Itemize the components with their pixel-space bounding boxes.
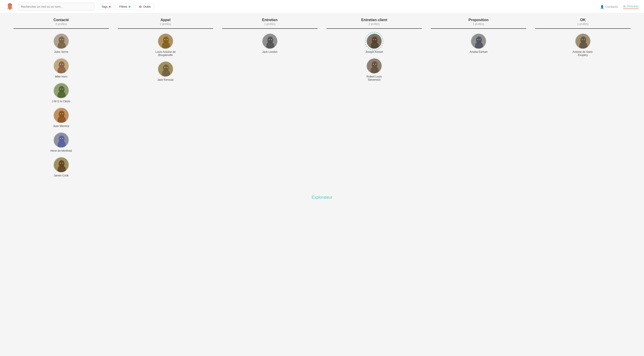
column-count-proposition: 1 profil(s)	[431, 22, 526, 26]
avatar-wrapper-jmg-clezio	[53, 83, 69, 98]
svg-point-54	[375, 64, 376, 65]
avatar-wrapper-jean-mermoz	[53, 107, 69, 123]
column-header-entretien: Entretien 1 profil(s)	[222, 18, 318, 29]
column-title-contacte: Contacté	[14, 18, 109, 22]
avatar-jack-london	[262, 33, 278, 49]
avatar-james-cook	[53, 157, 69, 173]
avatar-wrapper-amelia-earhart	[471, 33, 486, 49]
avatar-wrapper-jack-kerouac	[158, 61, 173, 77]
svg-point-49	[375, 39, 376, 40]
svg-point-53	[373, 64, 374, 65]
column-title-appel: Appel	[118, 18, 213, 22]
avatar-mike-horn	[53, 58, 69, 74]
column-ok: OK 1 profil(s) Antoine de Saint-Exupéry	[531, 18, 635, 182]
avatar-wrapper-james-cook	[53, 157, 69, 173]
profile-card-henri-bougainville[interactable]: Henri de Monfreid	[14, 132, 109, 152]
column-title-entretien: Entretien	[222, 18, 318, 22]
profile-name-jean-mermoz: Jean Mermoz	[53, 124, 70, 128]
column-header-ok: OK 1 profil(s)	[535, 18, 630, 29]
profile-card-robert-louis-stevenson[interactable]: Robert Louis Stevenson	[326, 58, 422, 81]
process-label: Process	[627, 4, 638, 8]
avatar-wrapper-louis-antoine	[158, 33, 173, 49]
avatar-wrapper-joseph-kessel	[366, 33, 382, 49]
profile-name-mike-horn: Mike Horn	[55, 75, 68, 78]
outils-button[interactable]: ⚙ Outils	[136, 3, 154, 10]
filtres-label: Filtres	[119, 5, 127, 8]
svg-point-23	[60, 138, 61, 139]
avatar-louis-antoine	[158, 33, 173, 49]
column-entretien: Entretien 1 profil(s) Jack London	[218, 18, 322, 182]
avatar-henri-bougainville	[53, 132, 69, 148]
profile-card-james-cook[interactable]: James Cook	[14, 157, 109, 177]
column-title-proposition: Proposition	[431, 18, 526, 22]
svg-point-19	[62, 113, 63, 114]
avatar-robert-louis-stevenson	[366, 58, 382, 74]
avatar-wrapper-robert-louis-stevenson	[366, 58, 382, 74]
tags-dot	[109, 6, 111, 8]
profile-name-james-cook: James Cook	[54, 174, 69, 177]
profile-name-jack-kerouac: Jack Kerouac	[158, 78, 174, 81]
profile-name-joseph-kessel: Joseph Kessel	[366, 50, 383, 53]
column-contacte: Contacté 6 profil(s) Jules Verne Mike Ho…	[9, 18, 113, 182]
outils-label: Outils	[143, 5, 151, 8]
profile-card-jmg-clezio[interactable]: J-M G le Clézio	[14, 83, 109, 103]
profile-card-mike-horn[interactable]: Mike Horn	[14, 58, 109, 78]
svg-point-24	[62, 138, 63, 139]
svg-point-28	[60, 163, 61, 164]
avatar-antoine-saint-exupery	[575, 33, 591, 49]
app-logo[interactable]	[6, 2, 14, 11]
profile-name-jack-london: Jack London	[262, 50, 278, 53]
column-header-proposition: Proposition 1 profil(s)	[431, 18, 526, 29]
svg-point-29	[62, 163, 63, 164]
filtres-button[interactable]: Filtres	[116, 3, 134, 10]
gear-icon: ⚙	[139, 5, 142, 8]
profile-card-jack-london[interactable]: Jack London	[222, 33, 318, 53]
svg-point-33	[164, 39, 165, 40]
avatar-wrapper-henri-bougainville	[53, 132, 69, 148]
avatar-amelia-earhart	[471, 33, 486, 49]
profile-card-jules-verne[interactable]: Jules Verne	[14, 33, 109, 53]
svg-point-3	[60, 39, 61, 40]
avatar-wrapper-jules-verne	[53, 33, 69, 49]
profile-card-jean-mermoz[interactable]: Jean Mermoz	[14, 107, 109, 128]
profile-card-joseph-kessel[interactable]: Joseph Kessel	[326, 33, 422, 53]
contacts-icon: 👤	[600, 5, 604, 8]
bottom-label: Explorateur	[9, 191, 635, 204]
column-title-ok: OK	[535, 18, 630, 22]
profile-name-louis-antoine: Louis-Antoine de Bougainville	[152, 50, 179, 57]
svg-point-18	[60, 113, 61, 114]
kanban-board: Contacté 6 profil(s) Jules Verne Mike Ho…	[9, 18, 635, 182]
column-header-entretien-client: Entretien client 2 profil(s)	[326, 18, 422, 29]
profile-card-amelia-earhart[interactable]: Amelia Earhart	[431, 33, 526, 53]
svg-point-44	[271, 39, 272, 40]
profile-card-louis-antoine[interactable]: Louis-Antoine de Bougainville	[118, 33, 213, 57]
svg-point-39	[166, 67, 168, 68]
avatar-jean-mermoz	[53, 107, 69, 123]
avatar-jmg-clezio	[53, 83, 69, 98]
process-nav[interactable]: ⊞ Process	[623, 4, 638, 9]
avatar-wrapper-mike-horn	[53, 58, 69, 74]
avatar-wrapper-antoine-saint-exupery	[575, 33, 591, 49]
svg-point-4	[62, 39, 63, 40]
column-count-ok: 1 profil(s)	[535, 22, 630, 26]
column-appel: Appel 2 profil(s) Louis-Antoine de Bouga…	[113, 18, 218, 182]
column-count-entretien-client: 2 profil(s)	[326, 22, 422, 26]
tags-button[interactable]: Tags	[98, 3, 114, 10]
contacts-label: Contacts	[605, 5, 618, 8]
profile-name-robert-louis-stevenson: Robert Louis Stevenson	[361, 75, 388, 81]
main-content: Contacté 6 profil(s) Jules Verne Mike Ho…	[0, 13, 644, 209]
column-header-contacte: Contacté 6 profil(s)	[14, 18, 109, 29]
filtres-dot	[128, 6, 130, 8]
svg-point-43	[269, 39, 270, 40]
profile-card-antoine-saint-exupery[interactable]: Antoine de Saint-Exupéry	[535, 33, 630, 57]
profile-name-amelia-earhart: Amelia Earhart	[470, 50, 487, 53]
profile-name-henri-bougainville: Henri de Monfreid	[50, 149, 72, 152]
profile-name-jules-verne: Jules Verne	[54, 50, 68, 53]
contacts-nav[interactable]: 👤 Contacts	[600, 5, 618, 8]
avatar-wrapper-jack-london	[262, 33, 278, 49]
avatar-jack-kerouac	[158, 61, 173, 77]
avatar-joseph-kessel	[366, 33, 382, 49]
search-input[interactable]	[18, 3, 94, 11]
profile-card-jack-kerouac[interactable]: Jack Kerouac	[118, 61, 213, 81]
column-header-appel: Appel 2 profil(s)	[118, 18, 213, 29]
